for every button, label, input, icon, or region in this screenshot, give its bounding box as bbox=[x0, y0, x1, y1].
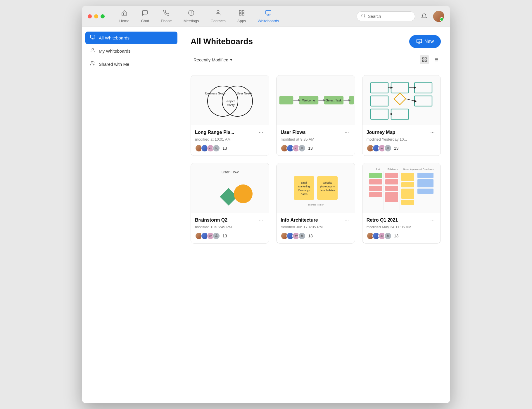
whiteboard-card-5[interactable]: Email Marketing Campaign Dates Website p… bbox=[276, 163, 355, 244]
grid-view-button[interactable] bbox=[420, 55, 429, 64]
wb-info-1: Long Range Pla... ··· modified at 10:01 … bbox=[191, 125, 269, 156]
contacts-icon bbox=[215, 10, 221, 18]
whiteboard-grid: Business Goals User Needs Project Priori… bbox=[191, 75, 441, 244]
svg-rect-72 bbox=[294, 176, 314, 200]
notifications-button[interactable] bbox=[419, 11, 430, 22]
wb-modified-1: modified at 10:01 AM bbox=[195, 137, 265, 141]
svg-rect-51 bbox=[371, 83, 388, 93]
svg-point-9 bbox=[362, 14, 365, 17]
tab-whiteboards[interactable]: Whiteboards bbox=[252, 7, 285, 25]
new-button-label: New bbox=[424, 39, 434, 44]
nav-tabs: Home Chat Phone Meetings bbox=[113, 7, 357, 25]
svg-text:Dates: Dates bbox=[300, 193, 308, 196]
whiteboard-card-4[interactable]: User Flow Brainstorm Q2 ··· modified Tu bbox=[191, 163, 269, 244]
svg-text:User Needs: User Needs bbox=[237, 92, 252, 95]
tab-chat[interactable]: Chat bbox=[135, 7, 155, 25]
user-avatar[interactable] bbox=[433, 11, 444, 22]
close-button[interactable] bbox=[88, 14, 92, 18]
minimize-button[interactable] bbox=[94, 14, 98, 18]
whiteboard-card-2[interactable]: Welcome Select Task User Flows ··· modif… bbox=[276, 75, 355, 156]
search-bar[interactable] bbox=[357, 11, 415, 21]
wb-info-4: Brainstorm Q2 ··· modified Tue 5:45 PM A… bbox=[191, 213, 269, 243]
shared-with-me-icon bbox=[90, 61, 95, 68]
svg-rect-100 bbox=[401, 189, 414, 199]
wb-more-2[interactable]: ··· bbox=[343, 129, 351, 136]
avatar-image bbox=[433, 11, 444, 22]
content-header: All Whiteboards New bbox=[191, 35, 441, 48]
tab-apps[interactable]: Apps bbox=[232, 7, 252, 25]
svg-rect-93 bbox=[369, 192, 382, 197]
maximize-button[interactable] bbox=[101, 14, 105, 18]
svg-rect-23 bbox=[425, 60, 426, 62]
svg-text:Business Goals: Business Goals bbox=[205, 92, 225, 95]
tab-whiteboards-label: Whiteboards bbox=[258, 19, 279, 23]
svg-rect-24 bbox=[422, 60, 424, 62]
content-area: All Whiteboards New Recently Modified ▾ bbox=[181, 27, 450, 403]
whiteboard-card-1[interactable]: Business Goals User Needs Project Priori… bbox=[191, 75, 269, 156]
svg-rect-98 bbox=[401, 173, 414, 181]
wb-more-5[interactable]: ··· bbox=[343, 216, 351, 224]
tab-meetings[interactable]: Meetings bbox=[178, 7, 205, 25]
wb-count-2: 13 bbox=[308, 146, 313, 151]
avatar-3d bbox=[384, 144, 392, 152]
apps-icon bbox=[239, 10, 245, 18]
tab-phone[interactable]: Phone bbox=[155, 7, 178, 25]
svg-rect-99 bbox=[401, 182, 414, 187]
sidebar-item-shared-with-me[interactable]: Shared with Me bbox=[85, 58, 177, 70]
svg-rect-52 bbox=[371, 96, 388, 106]
wb-count-6: 13 bbox=[394, 234, 399, 238]
wb-more-4[interactable]: ··· bbox=[257, 216, 265, 224]
wb-more-1[interactable]: ··· bbox=[257, 129, 265, 136]
sidebar-label-shared: Shared with Me bbox=[99, 62, 129, 67]
svg-rect-54 bbox=[391, 83, 409, 93]
wb-title-1: Long Range Pla... bbox=[195, 130, 234, 135]
svg-rect-94 bbox=[385, 173, 398, 178]
title-bar: Home Chat Phone Meetings bbox=[82, 6, 450, 27]
tab-home[interactable]: Home bbox=[113, 7, 135, 25]
chat-icon bbox=[142, 10, 148, 18]
thumbnail-5: Email Marketing Campaign Dates Website p… bbox=[277, 163, 355, 213]
wb-title-6: Retro Q1 2021 bbox=[367, 218, 398, 223]
meetings-icon bbox=[188, 10, 194, 18]
wb-more-3[interactable]: ··· bbox=[429, 129, 436, 136]
wb-info-6: Retro Q1 2021 ··· modified May 24 11:05 … bbox=[362, 213, 441, 243]
wb-avatars-3: AY 13 bbox=[367, 144, 436, 152]
wb-info-5: Info Architecture ··· modified Jun 17 4:… bbox=[277, 213, 355, 243]
app-window: Home Chat Phone Meetings bbox=[82, 6, 450, 403]
list-view-button[interactable] bbox=[431, 55, 441, 64]
svg-rect-55 bbox=[391, 109, 409, 119]
svg-text:Website: Website bbox=[323, 181, 332, 184]
new-button[interactable]: New bbox=[409, 35, 441, 48]
thumbnail-2: Welcome Select Task bbox=[277, 75, 355, 125]
sidebar-item-all-whiteboards[interactable]: All Whiteboards bbox=[85, 32, 177, 44]
whiteboards-icon bbox=[265, 10, 272, 18]
sidebar-item-my-whiteboards[interactable]: My Whiteboards bbox=[85, 45, 177, 57]
whiteboard-card-6[interactable]: 1 wk Didn't work Needs Improvement Fresh… bbox=[362, 163, 441, 244]
svg-point-71 bbox=[216, 235, 217, 236]
whiteboard-card-3[interactable]: Journey Map ··· modified Yesterday 10...… bbox=[362, 75, 441, 156]
svg-rect-91 bbox=[369, 179, 382, 184]
svg-point-15 bbox=[91, 61, 93, 63]
wb-modified-4: modified Tue 5:45 PM bbox=[195, 225, 265, 229]
toolbar: Recently Modified ▾ bbox=[191, 55, 441, 69]
svg-text:Email: Email bbox=[301, 181, 308, 184]
svg-marker-62 bbox=[414, 87, 416, 89]
svg-marker-66 bbox=[391, 113, 393, 115]
tab-contacts[interactable]: Contacts bbox=[205, 7, 232, 25]
thumbnail-6: 1 wk Didn't work Needs Improvement Fresh… bbox=[362, 163, 441, 213]
traffic-lights bbox=[88, 14, 105, 18]
search-input[interactable] bbox=[368, 14, 411, 19]
thumbnail-4: User Flow bbox=[191, 163, 269, 213]
sort-dropdown[interactable]: Recently Modified ▾ bbox=[191, 55, 235, 64]
svg-rect-6 bbox=[266, 10, 271, 14]
wb-info-3: Journey Map ··· modified Yesterday 10...… bbox=[362, 125, 441, 156]
view-controls bbox=[420, 55, 441, 64]
tab-chat-label: Chat bbox=[141, 19, 149, 23]
tab-apps-label: Apps bbox=[237, 19, 246, 23]
sidebar: All Whiteboards My Whiteboards Shared wi… bbox=[82, 27, 181, 403]
wb-more-6[interactable]: ··· bbox=[429, 216, 436, 224]
svg-rect-57 bbox=[414, 96, 432, 106]
svg-text:photography: photography bbox=[320, 185, 335, 188]
svg-rect-95 bbox=[385, 179, 398, 184]
wb-avatars-4: AY 13 bbox=[195, 232, 265, 240]
